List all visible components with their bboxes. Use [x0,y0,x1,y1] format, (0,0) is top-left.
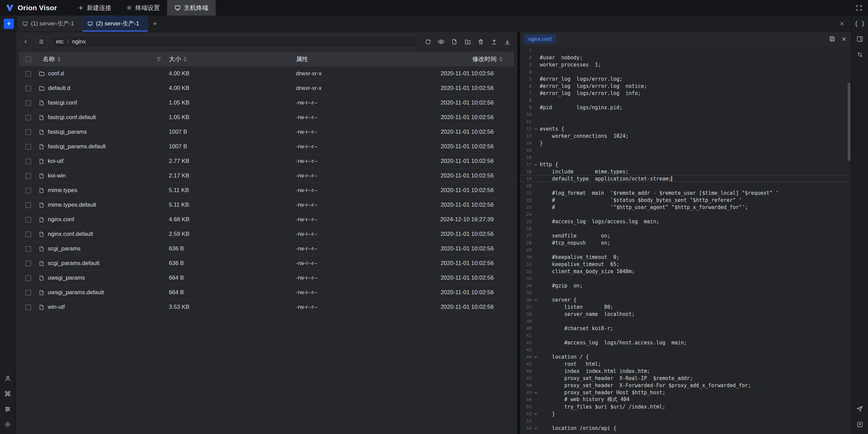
code-line[interactable]: 44 location / { [520,353,851,360]
swap-order-button[interactable] [856,51,863,58]
select-all-checkbox[interactable] [25,56,31,62]
back-button[interactable] [20,36,32,48]
code-line[interactable]: 13 worker_connections 1024; [520,132,851,139]
list-view-button[interactable] [35,36,47,48]
row-checkbox[interactable] [25,71,31,77]
code-line[interactable]: 4 [520,68,851,75]
row-checkbox[interactable] [25,115,31,120]
command-snippets-button[interactable]: ⌘ [4,390,11,397]
code-line[interactable]: 42 #access_log logs/host.access.log main… [520,339,851,346]
sort-mtime[interactable] [499,57,502,62]
preview-button[interactable] [435,36,447,48]
code-line[interactable]: 30 #keepalive_timeout 0; [520,253,851,261]
code-line[interactable]: 52 } [520,410,851,417]
terminal-tab-1[interactable]: (1) server-生产-1 [18,16,83,32]
code-line[interactable]: 24 [520,211,851,218]
code-line[interactable]: 45 root html; [520,360,851,367]
menu-item-terminal-settings[interactable]: 终端设置 [119,0,167,16]
code-line[interactable]: 43 [520,346,851,353]
file-row[interactable]: fastcgi.conf.default 1.05 KB -rw-r--r-- … [19,110,514,125]
row-checkbox[interactable] [25,202,31,208]
fold-icon[interactable] [532,355,540,359]
code-line[interactable]: 40 #charset koi8-r; [520,325,851,332]
code-line[interactable]: 51 try_files $uri $uri/ /index.html; [520,403,851,410]
fold-icon[interactable] [532,426,540,430]
menu-item-host-terminal[interactable]: 主机终端 [167,0,216,16]
row-checkbox[interactable] [25,188,31,193]
terminal-tab-2[interactable]: (2) server-生产-1 [83,16,148,32]
file-row[interactable]: default.d 4.00 KB drwxr-xr-x 2020-11-01 … [19,81,514,96]
row-checkbox[interactable] [25,129,31,135]
code-line[interactable]: 41 [520,332,851,339]
code-line[interactable]: 29 [520,246,851,253]
new-file-button[interactable] [448,36,460,48]
code-line[interactable]: 3 worker_processes 1; [520,61,851,68]
row-checkbox[interactable] [25,275,31,281]
code-line[interactable]: 1 [520,47,851,54]
breadcrumb-segment[interactable]: nginx [72,38,86,45]
code-line[interactable]: 53 [520,417,851,424]
code-line[interactable]: 48 proxy_set_header X-Forwarded-For $pro… [520,382,851,389]
delete-button[interactable] [475,36,487,48]
new-connection-button[interactable]: + [4,19,14,29]
panel-close-button[interactable] [839,21,845,27]
close-editor-button[interactable] [841,36,847,42]
open-file-chip[interactable]: nginx.conf [524,34,555,43]
row-checkbox[interactable] [25,304,31,310]
download-button[interactable] [501,36,513,48]
file-row[interactable]: fastcgi_params 1007 B -rw-r--r-- 2020-11… [19,125,514,139]
panel-resize-handle[interactable] [517,32,520,434]
row-checkbox[interactable] [25,86,31,91]
file-row[interactable]: fastcgi.conf 1.05 KB -rw-r--r-- 2020-11-… [19,96,514,110]
code-line[interactable]: 10 [520,111,851,118]
export-button[interactable] [856,421,863,428]
file-row[interactable]: koi-utf 2.77 KB -rw-r--r-- 2020-11-01 10… [19,154,514,169]
save-file-button[interactable] [829,36,835,42]
code-line[interactable]: 8 [520,97,851,104]
code-line[interactable]: 54 location /orion/api { [520,424,851,432]
code-line[interactable]: 23 # '"$http_user_agent" "$http_x_forwar… [520,204,851,211]
code-line[interactable]: 20 [520,182,851,189]
add-tab-button[interactable]: + [148,16,162,32]
fold-icon[interactable] [532,412,540,416]
row-checkbox[interactable] [25,158,31,164]
row-checkbox[interactable] [25,144,31,150]
new-folder-button[interactable] [461,36,474,48]
json-view-button[interactable]: { } [854,21,865,27]
file-row[interactable]: koi-win 2.17 KB -rw-r--r-- 2020-11-01 10… [19,169,514,183]
file-row[interactable]: conf.d 4.00 KB drwxr-xr-x 2020-11-01 10:… [19,67,514,81]
preferences-button[interactable] [4,405,11,413]
code-line[interactable]: 33 [520,275,851,282]
breadcrumb-segment[interactable]: etc [56,38,64,45]
code-line[interactable]: 39 [520,318,851,325]
fullscreen-button[interactable] [850,0,868,16]
code-line[interactable]: 36 server { [520,296,851,303]
code-line[interactable]: 26 [520,225,851,232]
code-line[interactable]: 35 [520,289,851,296]
fold-icon[interactable] [532,298,540,302]
code-line[interactable]: 2 #user nobody; [520,54,851,61]
file-row[interactable]: uwsgi_params.default 664 B -rw-r--r-- 20… [19,285,514,300]
fold-icon[interactable] [532,127,540,131]
file-row[interactable]: scgi_params 636 B -rw-r--r-- 2020-11-01 … [19,242,514,256]
code-line[interactable]: 21 #log_format main '$remote_addr - $rem… [520,189,851,196]
code-line[interactable]: 19 default_type application/octet-stream… [520,175,851,182]
refresh-button[interactable] [422,36,434,48]
code-line[interactable]: 32 client_max_body_size 1048m; [520,268,851,275]
code-line[interactable]: 7 #error_log logs/error.log info; [520,90,851,97]
code-line[interactable]: 37 listen 80; [520,303,851,310]
send-command-button[interactable] [856,405,863,412]
settings-button[interactable] [4,421,11,428]
code-line[interactable]: 14 } [520,139,851,147]
file-row[interactable]: mime.types.default 5.11 KB -rw-r--r-- 20… [19,198,514,212]
row-checkbox[interactable] [25,290,31,296]
code-line[interactable]: 27 sendfile on; [520,232,851,239]
row-checkbox[interactable] [25,217,31,223]
code-line[interactable]: 50 # web history 模式 404 [520,396,851,403]
path-breadcrumb[interactable]: etc / nginx [51,36,418,48]
file-row[interactable]: scgi_params.default 636 B -rw-r--r-- 202… [19,256,514,271]
row-checkbox[interactable] [25,231,31,237]
code-line[interactable]: 31 keepalive_timeout 65; [520,261,851,268]
file-row[interactable]: fastcgi_params.default 1007 B -rw-r--r--… [19,139,514,154]
code-line[interactable]: 46 index index.html index.htm; [520,367,851,375]
